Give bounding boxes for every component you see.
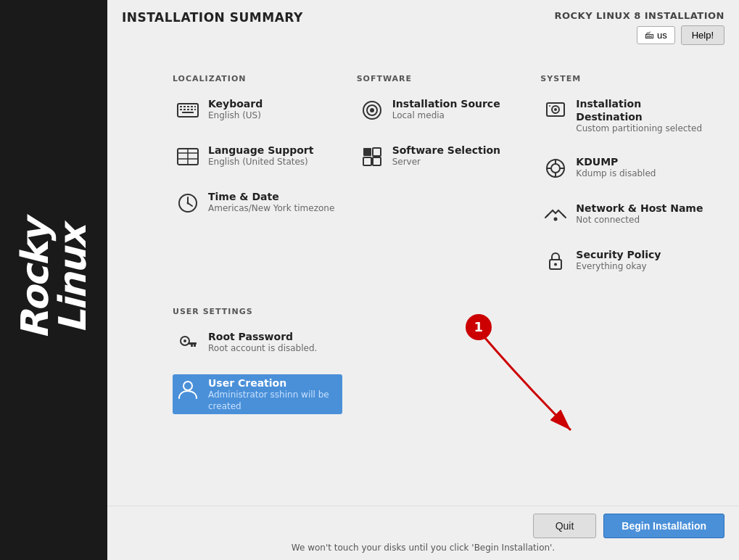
- language-subtitle: English (United States): [208, 157, 313, 168]
- svg-rect-44: [191, 345, 193, 347]
- help-button[interactable]: Help!: [681, 25, 724, 45]
- svg-rect-10: [194, 109, 196, 110]
- svg-rect-1: [180, 106, 182, 107]
- root-password-icon: [175, 330, 201, 356]
- svg-rect-42: [189, 342, 197, 345]
- quit-button[interactable]: Quit: [533, 514, 597, 538]
- begin-installation-button[interactable]: Begin Installation: [603, 514, 724, 538]
- svg-rect-6: [180, 109, 182, 110]
- root-password-text: Root Password Root account is disabled.: [208, 330, 317, 355]
- software-selection-title: Software Selection: [392, 144, 500, 157]
- install-source-text: Installation Source Local media: [392, 97, 500, 122]
- user-creation-item[interactable]: User Creation Administrator sshinn will …: [173, 374, 342, 414]
- root-password-title: Root Password: [208, 330, 317, 343]
- header: INSTALLATION SUMMARY ROCKY LINUX 8 INSTA…: [107, 0, 739, 52]
- svg-point-22: [370, 108, 374, 112]
- annotation-arrow: [437, 325, 582, 441]
- svg-point-39: [554, 263, 557, 265]
- sidebar-logo: RockyLinux: [16, 220, 91, 339]
- footer-hint: We won't touch your disks until you clic…: [122, 543, 724, 553]
- sidebar-logo-text: RockyLinux: [13, 220, 94, 339]
- svg-point-41: [183, 339, 186, 342]
- software-selection-subtitle: Server: [392, 157, 500, 168]
- security-policy-subtitle: Everything okay: [576, 261, 661, 273]
- install-source-icon: [359, 97, 385, 123]
- time-date-item[interactable]: Time & Date Americas/New York timezone: [173, 188, 342, 218]
- svg-rect-5: [194, 106, 196, 107]
- software-title: SOFTWARE: [357, 74, 527, 83]
- time-date-text: Time & Date Americas/New York timezone: [208, 190, 334, 215]
- install-destination-subtitle: Custom partitioning selected: [576, 123, 708, 135]
- content-area: LOCALIZATION: [107, 52, 739, 506]
- language-title: Language Support: [208, 144, 313, 157]
- network-hostname-title: Network & Host Name: [576, 202, 703, 215]
- network-hostname-icon: [542, 202, 569, 228]
- kdump-subtitle: Kdump is disabled: [576, 168, 656, 180]
- language-icon: [175, 144, 201, 170]
- security-policy-text: Security Policy Everything okay: [576, 248, 661, 273]
- keyboard-text: Keyboard English (US): [208, 97, 263, 122]
- svg-rect-3: [187, 106, 189, 107]
- svg-rect-8: [187, 109, 189, 110]
- localization-section: LOCALIZATION: [165, 67, 350, 300]
- svg-rect-11: [182, 112, 194, 113]
- svg-rect-26: [373, 157, 381, 165]
- install-destination-text: Installation Destination Custom partitio…: [576, 97, 708, 135]
- svg-rect-24: [373, 148, 381, 156]
- install-source-item[interactable]: Installation Source Local media: [357, 95, 527, 125]
- network-hostname-text: Network & Host Name Not connected: [576, 202, 703, 226]
- network-hostname-subtitle: Not connected: [576, 215, 703, 226]
- install-source-title: Installation Source: [392, 97, 500, 110]
- sidebar: RockyLinux: [0, 0, 107, 560]
- system-title: SYSTEM: [540, 74, 710, 83]
- buttons-row: Quit Begin Installation: [122, 514, 724, 538]
- svg-point-32: [551, 164, 560, 173]
- time-date-subtitle: Americas/New York timezone: [208, 203, 334, 215]
- kdump-item[interactable]: KDUMP Kdump is disabled: [540, 153, 710, 184]
- security-policy-icon: [542, 248, 569, 274]
- software-section: SOFTWARE Installation Source Local media: [350, 67, 534, 300]
- svg-point-29: [554, 108, 557, 111]
- root-password-subtitle: Root account is disabled.: [208, 343, 317, 355]
- install-source-subtitle: Local media: [392, 110, 500, 122]
- svg-rect-7: [183, 109, 186, 110]
- svg-rect-25: [363, 157, 371, 165]
- network-hostname-item[interactable]: Network & Host Name Not connected: [540, 199, 710, 230]
- user-creation-title: User Creation: [208, 376, 340, 390]
- kdump-text: KDUMP Kdump is disabled: [576, 155, 656, 180]
- svg-point-45: [183, 382, 192, 390]
- install-destination-icon: [542, 97, 569, 123]
- security-policy-title: Security Policy: [576, 248, 661, 261]
- svg-rect-2: [183, 106, 186, 107]
- kdump-title: KDUMP: [576, 155, 656, 168]
- language-button[interactable]: 🖮 us: [637, 26, 674, 44]
- user-creation-subtitle: Administrator sshinn will be created: [208, 390, 340, 412]
- language-text: Language Support English (United States): [208, 144, 313, 168]
- annotation-area: 1: [350, 300, 717, 437]
- keyboard-icon: [175, 97, 201, 123]
- install-destination-title: Installation Destination: [576, 97, 708, 123]
- security-policy-item[interactable]: Security Policy Everything okay: [540, 246, 710, 276]
- svg-point-37: [554, 217, 558, 221]
- sections-grid: LOCALIZATION: [165, 67, 717, 300]
- root-password-item[interactable]: Root Password Root account is disabled.: [173, 328, 342, 358]
- header-left: INSTALLATION SUMMARY: [122, 10, 303, 25]
- language-item[interactable]: Language Support English (United States): [173, 141, 342, 172]
- svg-rect-23: [363, 148, 371, 156]
- user-creation-text: User Creation Administrator sshinn will …: [208, 376, 340, 412]
- keyboard-item[interactable]: Keyboard English (US): [173, 95, 342, 125]
- user-settings-row: USER SETTINGS Root Password Root: [165, 300, 717, 437]
- install-destination-item[interactable]: Installation Destination Custom partitio…: [540, 95, 710, 137]
- time-date-title: Time & Date: [208, 190, 334, 203]
- software-selection-item[interactable]: Software Selection Server: [357, 141, 527, 172]
- footer: Quit Begin Installation We won't touch y…: [107, 506, 739, 560]
- user-settings-section: USER SETTINGS Root Password Root: [165, 300, 350, 437]
- distro-title: ROCKY LINUX 8 INSTALLATION: [554, 10, 724, 21]
- software-selection-icon: [359, 144, 385, 170]
- svg-rect-43: [194, 345, 196, 347]
- user-settings-title: USER SETTINGS: [173, 307, 342, 316]
- user-creation-icon: [175, 376, 201, 403]
- keyboard-subtitle: English (US): [208, 110, 263, 122]
- localization-title: LOCALIZATION: [173, 74, 342, 83]
- svg-rect-9: [191, 109, 193, 110]
